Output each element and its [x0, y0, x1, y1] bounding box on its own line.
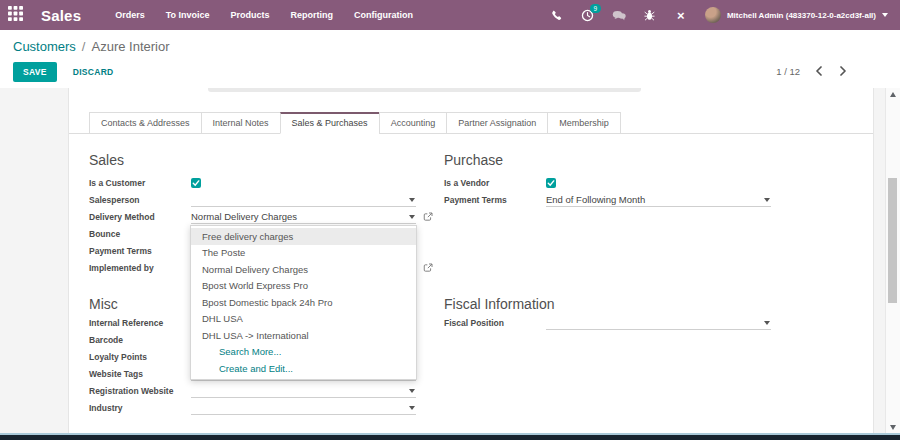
apps-menu-button[interactable] — [0, 0, 30, 30]
dropdown-caret-icon — [409, 215, 415, 219]
top-navbar: Sales Orders To Invoice Products Reporti… — [0, 0, 900, 30]
save-button[interactable]: SAVE — [13, 62, 57, 82]
field-label: Loyalty Points — [89, 352, 191, 362]
field-label: Payment Terms — [444, 195, 546, 205]
field-row-registration-website: Registration Website — [89, 382, 436, 399]
is-a-customer-checkbox[interactable] — [191, 178, 201, 188]
fiscal-information-group-title: Fiscal Information — [444, 294, 791, 314]
tab-partner-assignation[interactable]: Partner Assignation — [446, 112, 548, 134]
messages-icon[interactable] — [612, 8, 626, 22]
registration-website-select[interactable] — [191, 384, 416, 398]
activity-count-badge: 9 — [590, 4, 601, 13]
scroll-down-icon[interactable] — [886, 421, 900, 433]
dropdown-caret-icon — [764, 321, 770, 325]
pager-previous-icon[interactable] — [814, 65, 824, 77]
field-label: Website Tags — [89, 369, 191, 379]
user-menu[interactable]: Mitchell Admin (483370-12-0-a2cd3f-all) — [705, 7, 888, 23]
main-menu: Orders To Invoice Products Reporting Con… — [115, 10, 413, 20]
menu-to-invoice[interactable]: To Invoice — [166, 10, 210, 20]
field-label: Payment Terms — [89, 246, 191, 256]
field-row-salesperson: Salesperson — [89, 191, 436, 208]
delivery-method-select[interactable]: Normal Delivery Charges — [191, 210, 416, 224]
menu-configuration[interactable]: Configuration — [354, 10, 413, 20]
dropdown-option[interactable]: DHL USA — [191, 311, 416, 328]
user-avatar — [705, 7, 721, 23]
tab-internal-notes[interactable]: Internal Notes — [201, 112, 281, 134]
odoo-sales-app-window: Sales Orders To Invoice Products Reporti… — [0, 0, 900, 440]
phone-icon[interactable] — [550, 8, 564, 22]
purchase-group-title: Purchase — [444, 150, 791, 170]
sales-group-title: Sales — [89, 150, 436, 170]
field-row-delivery-method: Delivery Method Normal Delivery Charges — [89, 208, 436, 225]
delivery-method-external-link-icon[interactable] — [423, 212, 433, 222]
tab-sales-purchases[interactable]: Sales & Purchases — [280, 112, 380, 134]
field-label: Internal Reference — [89, 318, 191, 328]
dropdown-caret-icon — [409, 198, 415, 202]
form-view-content: Contacts & Addresses Internal Notes Sale… — [0, 88, 900, 433]
menu-products[interactable]: Products — [231, 10, 270, 20]
notebook-tabs: Contacts & Addresses Internal Notes Sale… — [69, 112, 873, 134]
right-column: Purchase Is a Vendor Payment Terms End o… — [444, 146, 791, 416]
field-row-is-a-customer: Is a Customer — [89, 174, 436, 191]
breadcrumb-current-record: Azure Interior — [91, 39, 169, 54]
breadcrumb-separator: / — [82, 39, 86, 54]
control-panel: Customers / Azure Interior SAVE DISCARD … — [0, 30, 900, 89]
field-row-fiscal-position: Fiscal Position — [444, 314, 791, 331]
field-label: Is a Vendor — [444, 178, 546, 188]
salesperson-select[interactable] — [191, 193, 416, 207]
form-sheet: Contacts & Addresses Internal Notes Sale… — [68, 88, 874, 433]
field-label: Implemented by — [89, 263, 191, 273]
dropdown-caret-icon — [764, 198, 770, 202]
field-label: Delivery Method — [89, 212, 191, 222]
app-brand-title[interactable]: Sales — [41, 7, 81, 24]
is-a-vendor-checkbox[interactable] — [546, 178, 556, 188]
field-label: Registration Website — [89, 386, 191, 396]
dropdown-option[interactable]: Normal Delivery Charges — [191, 261, 416, 278]
field-label: Salesperson — [89, 195, 191, 205]
field-label: Fiscal Position — [444, 318, 546, 328]
breadcrumb: Customers / Azure Interior — [13, 39, 170, 54]
dropdown-option[interactable]: Bpost Domestic bpack 24h Pro — [191, 294, 416, 311]
menu-reporting[interactable]: Reporting — [291, 10, 334, 20]
dropdown-search-more-link[interactable]: Search More... — [191, 344, 416, 361]
fiscal-position-select[interactable] — [546, 316, 771, 330]
breadcrumb-customers-link[interactable]: Customers — [13, 39, 76, 54]
dropdown-caret-icon — [409, 406, 415, 410]
chevron-down-icon — [882, 13, 888, 17]
apps-grid-icon — [8, 6, 23, 25]
scroll-up-icon[interactable] — [886, 88, 900, 100]
vertical-scrollbar[interactable] — [885, 88, 900, 433]
tab-membership[interactable]: Membership — [547, 112, 621, 134]
field-label: Industry — [89, 403, 191, 413]
systray: 9 × Mitchell Admin (483370-12-0-a2cd3f-a… — [550, 7, 900, 23]
bottom-taskbar-edge — [0, 433, 900, 440]
field-row-payment-terms-purchase: Payment Terms End of Following Month — [444, 191, 791, 208]
scrollbar-thumb[interactable] — [888, 178, 897, 303]
menu-orders[interactable]: Orders — [115, 10, 145, 20]
dropdown-option[interactable]: Bpost World Express Pro — [191, 278, 416, 295]
field-label: Is a Customer — [89, 178, 191, 188]
bug-icon[interactable] — [643, 8, 657, 22]
dropdown-caret-icon — [409, 389, 415, 393]
user-name: Mitchell Admin (483370-12-0-a2cd3f-all) — [727, 11, 876, 20]
pager-next-icon[interactable] — [838, 65, 848, 77]
payment-terms-purchase-select[interactable]: End of Following Month — [546, 193, 771, 207]
form-buttons: SAVE DISCARD — [13, 62, 114, 82]
tab-contacts-addresses[interactable]: Contacts & Addresses — [89, 112, 202, 134]
tab-accounting[interactable]: Accounting — [379, 112, 448, 134]
dropdown-option[interactable]: Free delivery charges — [191, 228, 416, 245]
close-icon[interactable]: × — [674, 8, 688, 22]
dropdown-create-edit-link[interactable]: Create and Edit... — [191, 360, 416, 377]
dropdown-option[interactable]: The Poste — [191, 245, 416, 262]
field-label: Barcode — [89, 335, 191, 345]
industry-select[interactable] — [191, 401, 416, 415]
discard-button[interactable]: DISCARD — [73, 67, 114, 77]
delivery-method-dropdown: Free delivery charges The Poste Normal D… — [190, 225, 417, 380]
scrolled-content-edge — [208, 88, 641, 92]
activities-clock-icon[interactable]: 9 — [581, 8, 595, 22]
dropdown-option[interactable]: DHL USA -> International — [191, 327, 416, 344]
field-row-is-a-vendor: Is a Vendor — [444, 174, 791, 191]
implemented-by-external-link-icon[interactable] — [423, 263, 433, 273]
record-pager: 1 / 12 — [776, 62, 848, 80]
field-label: Bounce — [89, 229, 191, 239]
